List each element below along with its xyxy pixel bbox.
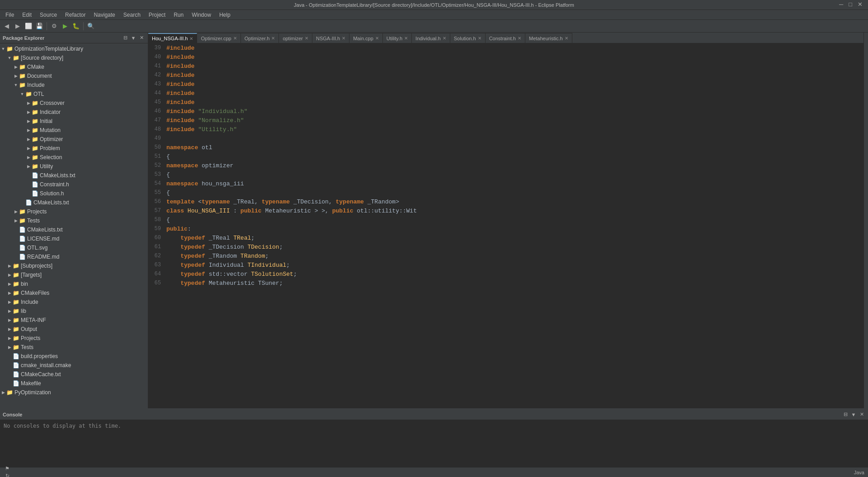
tab-main[interactable]: Main.cpp✕ [349,33,383,43]
toolbar-btn-1[interactable]: ◀ [2,21,12,31]
tree-item-include2[interactable]: ▶ 📁 Include [0,298,148,307]
menu-item-refactor[interactable]: Refactor [61,11,89,19]
tree-arrow-crossover[interactable]: ▶ [25,101,32,105]
pe-close-btn[interactable]: ✕ [138,34,145,42]
code-line-46[interactable]: 46 #include "Individual.h" [148,107,863,116]
tree-item-problem[interactable]: ▶ 📁 Problem [0,144,148,153]
tree-arrow-selection[interactable]: ▶ [25,155,32,160]
tree-item-initial[interactable]: ▶ 📁 Initial [0,117,148,126]
menu-item-search[interactable]: Search [120,11,144,19]
tree-arrow-projects[interactable]: ▶ [13,209,19,214]
tree-item-output[interactable]: ▶ 📁 Output [0,325,148,334]
tree-arrow-subprojects[interactable]: ▶ [6,264,13,268]
tree-item-cmakelists2[interactable]: 📄 CMakeLists.txt [0,198,148,207]
tree-arrow-source-dir[interactable]: ▼ [6,56,13,60]
tree-arrow-cmakefiles[interactable]: ▶ [6,291,13,295]
tree-item-utility-f[interactable]: ▶ 📁 Utility [0,162,148,171]
toolbar-btn-search[interactable]: 🔍 [86,21,96,31]
toolbar-btn-3[interactable]: ⬜ [24,21,33,31]
tab-solution-close[interactable]: ✕ [478,36,481,41]
menu-item-window[interactable]: Window [188,11,215,19]
maximize-btn[interactable]: □ [847,1,854,8]
code-line-57[interactable]: 57 class Hou_NSGA_III : public Metaheuri… [148,206,863,215]
tree-item-makefile[interactable]: 📄 Makefile [0,379,148,388]
tab-individual-close[interactable]: ✕ [443,36,446,41]
tab-utility[interactable]: Utility.h✕ [383,33,412,43]
code-line-50[interactable]: 50 namespace otl [148,143,863,152]
tab-optimizer-h-close[interactable]: ✕ [271,36,275,41]
tree-arrow-targets[interactable]: ▶ [6,273,13,277]
code-line-61[interactable]: 61 typedef _TDecision TDecision; [148,242,863,251]
tree-arrow-output[interactable]: ▶ [6,327,13,331]
toolbar-btn-debug[interactable]: 🐛 [71,21,81,31]
tree-item-cmakelists-src[interactable]: 📄 CMakeLists.txt [0,225,148,234]
tab-hou-nsga-close[interactable]: ✕ [189,36,193,41]
code-line-45[interactable]: 45 #include [148,98,863,107]
tree-arrow-meta-inf[interactable]: ▶ [6,318,13,322]
tree-item-lib[interactable]: ▶ 📁 lib [0,307,148,316]
code-line-52[interactable]: 52 namespace optimizer [148,161,863,170]
console-close-btn[interactable]: ✕ [858,411,865,418]
tree-item-pyopt[interactable]: ▶ 📁 PyOptimization [0,388,148,397]
menu-item-edit[interactable]: Edit [19,11,35,19]
tree-arrow-otl[interactable]: ▼ [19,92,25,96]
status-btn-1[interactable]: ⚑ [4,465,11,472]
menu-item-source[interactable]: Source [36,11,61,19]
tree-item-selection[interactable]: ▶ 📁 Selection [0,153,148,162]
tree-arrow-lib[interactable]: ▶ [6,309,13,313]
tree-item-tests2[interactable]: ▶ 📁 Tests [0,343,148,352]
tree-item-mutation[interactable]: ▶ 📁 Mutation [0,126,148,135]
tree-arrow-initial[interactable]: ▶ [25,119,32,123]
code-line-65[interactable]: 65 typedef Metaheuristic TSuner; [148,279,863,288]
tab-nsga3-close[interactable]: ✕ [342,36,345,41]
tree-arrow-mutation[interactable]: ▶ [25,128,32,132]
tree-item-cmakelists-otl[interactable]: 📄 CMakeLists.txt [0,171,148,180]
tree-item-crossover[interactable]: ▶ 📁 Crossover [0,99,148,108]
code-line-63[interactable]: 63 typedef Individual TIndividual; [148,260,863,269]
tab-meta-close[interactable]: ✕ [565,36,568,41]
tab-optimizer-close[interactable]: ✕ [305,36,308,41]
code-line-42[interactable]: 42 #include [148,71,863,80]
tab-meta[interactable]: Metaheuristic.h✕ [525,33,572,43]
pe-menu-btn[interactable]: ▼ [130,34,137,42]
tree-item-cmake[interactable]: ▶ 📁 CMake [0,62,148,71]
tree-item-otl-svg[interactable]: 📄 OTL.svg [0,243,148,252]
tree-item-solution-h[interactable]: 📄 Solution.h [0,189,148,198]
menu-item-run[interactable]: Run [170,11,187,19]
code-line-62[interactable]: 62 typedef _TRandom TRandom; [148,251,863,260]
tree-item-optimizer[interactable]: ▶ 📁 Optimizer [0,135,148,144]
menu-item-file[interactable]: File [2,11,18,19]
code-line-64[interactable]: 64 typedef std::vector TSolutionSet; [148,269,863,279]
tree-arrow-tests[interactable]: ▶ [13,218,19,223]
tree-arrow-bin[interactable]: ▶ [6,282,13,286]
code-line-44[interactable]: 44 #include [148,89,863,98]
toolbar-btn-4[interactable]: 💾 [34,21,44,31]
tree-container[interactable]: ▼ 📁 OptimizationTemplateLibrary ▼ 📁 [Sou… [0,43,148,408]
code-line-55[interactable]: 55 { [148,188,863,197]
tree-arrow-tests2[interactable]: ▶ [6,345,13,349]
tree-arrow-optimizer[interactable]: ▶ [25,137,32,142]
code-line-41[interactable]: 41 #include [148,61,863,71]
tree-arrow-pyopt[interactable]: ▶ [0,390,6,395]
title-bar-controls[interactable]: ─ □ ✕ [837,1,864,8]
console-menu-btn[interactable]: ▼ [850,411,857,418]
tree-arrow-include[interactable]: ▼ [13,83,19,87]
tab-constraint-close[interactable]: ✕ [518,36,521,41]
tree-arrow-problem[interactable]: ▶ [25,146,32,151]
code-line-51[interactable]: 51 { [148,152,863,161]
tree-item-indicator[interactable]: ▶ 📁 Indicator [0,108,148,117]
tree-item-license-md[interactable]: 📄 LICENSE.md [0,234,148,243]
code-line-47[interactable]: 47 #include "Normalize.h" [148,116,863,125]
code-line-53[interactable]: 53 { [148,170,863,179]
tree-item-targets[interactable]: ▶ 📁 [Targets] [0,270,148,279]
tree-item-projects2[interactable]: ▶ 📁 Projects [0,334,148,343]
tree-item-meta-inf[interactable]: ▶ 📁 META-INF [0,316,148,325]
code-line-56[interactable]: 56 template <typename _TReal, typename _… [148,197,863,206]
tree-item-include[interactable]: ▼ 📁 Include [0,80,148,90]
tree-arrow-document[interactable]: ▶ [13,74,19,78]
code-line-40[interactable]: 40 #include [148,52,863,61]
toolbar-btn-5[interactable]: ⚙ [49,21,59,31]
menu-item-navigate[interactable]: Navigate [90,11,118,19]
code-line-39[interactable]: 39 #include [148,43,863,52]
code-editor[interactable]: 39 #include 40 #include 41 #include 42 #… [148,43,863,408]
